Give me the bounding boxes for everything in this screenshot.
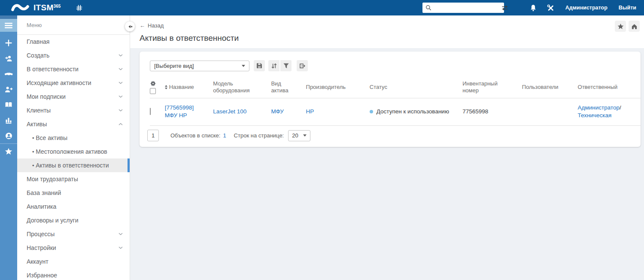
sidebar-item-timesheets[interactable]: Мои трудозатраты	[17, 172, 130, 186]
brand-sup: 365	[54, 4, 61, 9]
chevron-down-icon	[118, 95, 123, 98]
top-bar: ITSM365 Администратор Выйт	[0, 0, 644, 15]
rows-per-page-select[interactable]: 20	[288, 130, 310, 141]
global-search-input[interactable]	[433, 5, 500, 11]
sort-icon	[271, 63, 277, 69]
export-button[interactable]	[297, 60, 308, 71]
plus-icon[interactable]	[0, 35, 17, 51]
bell-icon[interactable]	[530, 4, 537, 12]
home-icon	[631, 23, 638, 30]
sidebar-item-label: Активы в ответственности	[32, 162, 109, 169]
row-checkbox[interactable]	[150, 108, 151, 115]
sidebar-item-label: Создать	[27, 52, 49, 59]
account-icon[interactable]	[0, 128, 17, 143]
sidebar-item-account[interactable]: Аккаунт	[17, 255, 130, 268]
book-icon[interactable]	[0, 97, 17, 113]
home-button[interactable]	[629, 21, 640, 32]
favorite-button[interactable]	[615, 21, 626, 32]
sidebar-item-label: Аккаунт	[27, 258, 49, 265]
logo[interactable]: ITSM365	[11, 3, 61, 13]
sidebar-item-responsibility[interactable]: В ответственности	[17, 62, 130, 76]
chevron-down-icon	[118, 68, 123, 70]
logout-button[interactable]: Выйти	[619, 5, 636, 11]
brand-name: ITSM	[33, 3, 54, 12]
column-header-model[interactable]: Модель оборудования	[213, 76, 271, 98]
select-all-checkbox[interactable]	[150, 88, 156, 94]
sidebar-item-label: В ответственности	[27, 66, 79, 73]
column-header-inventory-number[interactable]: Инвентарный номер	[462, 76, 522, 98]
responsible-link[interactable]: Техническая	[578, 112, 612, 119]
sidebar-item-assets-in-responsibility[interactable]: Активы в ответственности	[17, 158, 130, 172]
itsm365-app: ITSM365 Администратор Выйт	[0, 0, 644, 280]
column-header-name[interactable]: Название	[165, 76, 213, 98]
star-icon[interactable]	[0, 143, 17, 159]
cell-name: [77565998]МФУ HP	[165, 98, 213, 125]
sidebar-item-clients[interactable]: Клиенты	[17, 103, 130, 117]
rows-per-page-value: 20	[292, 132, 298, 139]
back-link[interactable]: ← Назад	[140, 22, 164, 29]
tools-icon[interactable]	[547, 4, 554, 12]
person-in-icon[interactable]	[0, 51, 17, 66]
pagination: 1 Объектов в списке: 1 Строк на странице…	[147, 130, 310, 141]
sidebar-item-favorites[interactable]: Избранное	[17, 268, 130, 280]
sidebar-item-home[interactable]: Главная	[17, 35, 130, 49]
sidebar-item-asset-locations[interactable]: Местоположения активов	[17, 145, 130, 158]
tune-icon[interactable]	[501, 5, 508, 11]
sidebar-item-knowledge-base[interactable]: База знаний	[17, 186, 130, 200]
asset-kind-link[interactable]: МФУ	[271, 108, 283, 115]
model-link[interactable]: LaserJet 100	[213, 108, 246, 115]
save-view-button[interactable]	[254, 60, 265, 71]
save-icon	[256, 63, 262, 69]
column-header-status[interactable]: Статус	[370, 76, 462, 98]
view-select-value: [Выберите вид]	[154, 63, 194, 69]
column-header-responsible[interactable]: Ответственный	[578, 76, 641, 98]
sidebar-item-all-assets[interactable]: Все активы	[17, 131, 130, 145]
column-label: Название	[169, 84, 194, 91]
sidebar-item-create[interactable]: Создать	[17, 49, 130, 62]
page-number-button[interactable]: 1	[147, 130, 159, 141]
handshake-icon[interactable]	[0, 66, 17, 82]
sidebar-item-subscriptions[interactable]: Мои подписки	[17, 90, 130, 103]
asset-link[interactable]: [77565998]МФУ HP	[165, 104, 194, 119]
sidebar: Меню Главная Создать В ответственности И…	[17, 15, 130, 280]
chevron-down-icon	[118, 247, 123, 249]
collapse-sidebar-button[interactable]	[125, 21, 135, 31]
sidebar-item-outgoing-activities[interactable]: Исходящие активности	[17, 76, 130, 90]
person-out-icon[interactable]	[0, 82, 17, 97]
main-content: ← Назад Активы в ответственности [Выбери…	[130, 15, 644, 280]
sidebar-item-analytics[interactable]: Аналитика	[17, 200, 130, 213]
gear-icon[interactable]	[150, 80, 156, 87]
chevron-down-icon	[118, 233, 123, 235]
collapse-icon	[128, 24, 133, 29]
sidebar-item-label: Аналитика	[27, 203, 56, 210]
caret-down-icon	[242, 65, 245, 67]
sidebar-item-assets[interactable]: Активы	[17, 117, 130, 131]
menu-icon[interactable]	[0, 19, 17, 32]
sidebar-item-contracts-services[interactable]: Договоры и услуги	[17, 213, 130, 227]
sidebar-item-label: Настройки	[27, 244, 56, 251]
sidebar-item-processes[interactable]: Процессы	[17, 227, 130, 241]
sidebar-item-label: Процессы	[27, 231, 55, 237]
sort-indicator-icon	[165, 85, 167, 89]
bar-chart-icon[interactable]	[0, 113, 17, 128]
filter-icon	[283, 63, 289, 69]
column-header-asset-kind[interactable]: Вид актива	[271, 76, 306, 98]
column-header-users[interactable]: Пользователи	[522, 76, 578, 98]
sidebar-item-label: Главная	[27, 38, 49, 45]
manufacturer-link[interactable]: HP	[306, 108, 314, 115]
column-header-manufacturer[interactable]: Производитель	[306, 76, 370, 98]
view-select[interactable]: [Выберите вид]	[150, 61, 249, 71]
sort-button[interactable]	[268, 60, 279, 71]
sidebar-item-label: Активы	[27, 121, 47, 128]
filter-button[interactable]	[280, 60, 292, 71]
sidebar-item-settings[interactable]: Настройки	[17, 241, 130, 255]
content-header: ← Назад Активы в ответственности	[130, 15, 644, 48]
objects-count-value[interactable]: 1	[223, 132, 226, 139]
assets-card: [Выберите вид]	[140, 52, 641, 147]
sidebar-item-label: База знаний	[27, 189, 61, 196]
global-search	[422, 3, 504, 13]
user-menu[interactable]: Администратор	[565, 5, 608, 11]
responsible-team-link[interactable]: Администратор	[578, 104, 620, 111]
rail-top-strip	[0, 15, 17, 19]
hash-icon[interactable]	[76, 4, 82, 12]
